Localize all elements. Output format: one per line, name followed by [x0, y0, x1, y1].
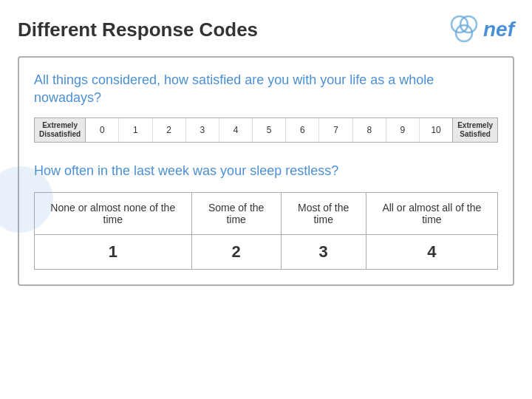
header: Different Response Codes nef — [18, 15, 514, 44]
scale-left-label: ExtremelyDissatisfied — [35, 118, 86, 142]
scale-bar: ExtremelyDissatisfied 0 1 2 3 4 5 6 7 8 … — [34, 117, 498, 143]
response-labels-row: None or almost none of the time Some of … — [35, 192, 498, 234]
response-value-0: 1 — [35, 234, 192, 269]
scale-num-7: 7 — [319, 118, 352, 142]
question-1: All things considered, how satisfied are… — [34, 71, 498, 107]
scale-num-1: 1 — [119, 118, 152, 142]
response-label-2: Most of the time — [281, 192, 366, 234]
scale-num-2: 2 — [153, 118, 186, 142]
response-value-2: 3 — [281, 234, 366, 269]
response-table: None or almost none of the time Some of … — [34, 192, 498, 270]
scale-num-10: 10 — [420, 118, 452, 142]
response-values-row: 1 2 3 4 — [35, 234, 498, 269]
scale-num-5: 5 — [253, 118, 286, 142]
scale-num-6: 6 — [286, 118, 319, 142]
question-2: How often in the last week was your slee… — [34, 163, 498, 179]
scale-num-8: 8 — [353, 118, 386, 142]
content-box: All things considered, how satisfied are… — [18, 56, 514, 286]
scale-num-9: 9 — [386, 118, 420, 142]
scale-num-0: 0 — [86, 118, 119, 142]
response-value-3: 4 — [366, 234, 497, 269]
response-label-0: None or almost none of the time — [35, 192, 192, 234]
response-label-3: All or almost all of the time — [366, 192, 497, 234]
nef-logo: nef — [446, 15, 514, 44]
page: Different Response Codes nef All things … — [0, 0, 532, 399]
scale-right-label: ExtremelySatisfied — [452, 118, 497, 142]
nef-text: nef — [483, 18, 514, 41]
scale-num-4: 4 — [219, 118, 253, 142]
scale-num-3: 3 — [186, 118, 219, 142]
response-value-1: 2 — [191, 234, 281, 269]
nef-logo-icon — [446, 15, 479, 44]
scale-numbers: 0 1 2 3 4 5 6 7 8 9 10 — [86, 118, 452, 142]
response-label-1: Some of the time — [191, 192, 281, 234]
page-title: Different Response Codes — [18, 18, 258, 41]
